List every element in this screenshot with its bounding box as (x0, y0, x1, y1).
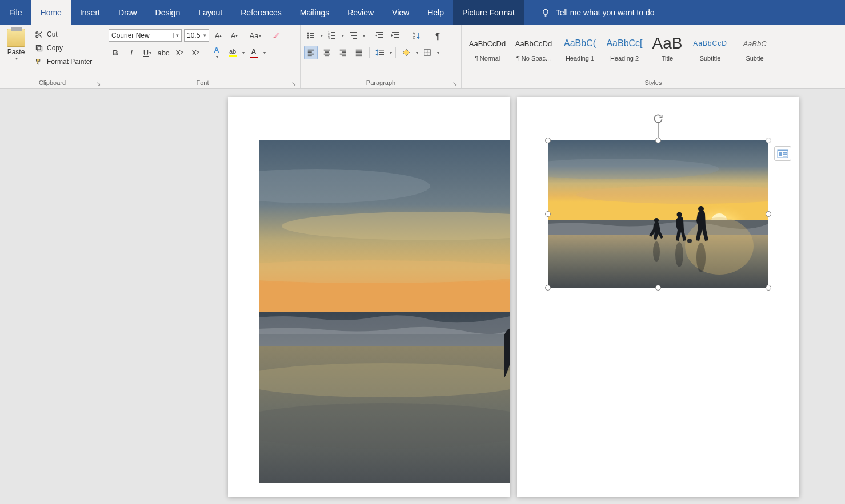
multilevel-list-button[interactable] (346, 29, 360, 42)
tab-picture-format[interactable]: Picture Format (453, 0, 524, 25)
font-name-combo[interactable]: Courier New ▾ (109, 29, 182, 42)
justify-button[interactable] (352, 46, 366, 59)
increase-indent-button[interactable] (389, 29, 402, 42)
tab-design[interactable]: Design (146, 0, 190, 25)
tab-layout[interactable]: Layout (189, 0, 231, 25)
tab-file[interactable]: File (0, 0, 31, 25)
tab-review[interactable]: Review (338, 0, 383, 25)
resize-handle-w[interactable] (545, 211, 551, 217)
style--normal[interactable]: AaBbCcDd¶ Normal (465, 26, 510, 67)
style--no-spac-[interactable]: AaBbCcDd¶ No Spac... (510, 26, 558, 67)
separator (395, 47, 396, 58)
group-label-paragraph: Paragraph (304, 77, 458, 88)
resize-handle-s[interactable] (655, 285, 661, 291)
show-hide-marks-button[interactable]: ¶ (431, 29, 444, 42)
page-1[interactable] (228, 97, 510, 497)
borders-button[interactable] (421, 46, 434, 59)
svg-rect-34 (324, 54, 330, 55)
clear-formatting-button[interactable] (270, 29, 283, 42)
paste-button[interactable]: Paste ▾ (3, 26, 29, 63)
resize-handle-nw[interactable] (545, 138, 551, 143)
svg-rect-23 (392, 32, 399, 33)
svg-rect-25 (394, 37, 399, 38)
resize-handle-sw[interactable] (545, 285, 551, 291)
style-subtle[interactable]: AaBbCSubtle (732, 26, 777, 67)
shading-button[interactable] (399, 46, 413, 59)
strikethrough-button[interactable]: abc (157, 46, 170, 59)
tab-insert[interactable]: Insert (71, 0, 109, 25)
svg-rect-29 (308, 51, 312, 53)
font-size-combo[interactable]: 10.5 ▾ (184, 29, 209, 42)
chevron-down-icon[interactable]: ▾ (321, 33, 323, 38)
shrink-font-button[interactable]: A▾ (227, 29, 241, 42)
italic-button[interactable]: I (125, 46, 138, 59)
underline-button[interactable]: U▾ (141, 46, 154, 59)
tab-references[interactable]: References (231, 0, 291, 25)
font-color-button[interactable]: A (247, 46, 261, 59)
cut-button[interactable]: Cut (32, 29, 94, 40)
clipboard-dialog-launcher[interactable]: ↘ (94, 79, 102, 87)
svg-point-56 (259, 363, 510, 397)
separator (369, 30, 369, 41)
decrease-indent-button[interactable] (373, 29, 386, 42)
svg-text:3: 3 (328, 37, 330, 40)
line-spacing-button[interactable] (373, 46, 387, 59)
svg-text:A: A (413, 31, 415, 35)
inserted-picture-selected[interactable] (548, 140, 768, 288)
chevron-down-icon[interactable]: ▾ (437, 50, 439, 55)
sort-button[interactable]: AZ (410, 29, 423, 42)
chevron-down-icon[interactable]: ▾ (416, 50, 418, 55)
copy-button[interactable]: Copy (32, 42, 94, 54)
grow-font-button[interactable]: A▴ (211, 29, 225, 42)
paste-icon (7, 29, 25, 47)
tell-me-search[interactable]: Tell me what you want to do (532, 0, 664, 25)
style-heading-2[interactable]: AaBbCc[Heading 2 (602, 26, 647, 67)
page-2[interactable] (517, 97, 799, 497)
copy-icon (34, 43, 43, 53)
layout-options-button[interactable] (774, 146, 791, 161)
chevron-down-icon[interactable]: ▾ (363, 33, 365, 38)
style-name-label: Subtle (746, 55, 763, 62)
inserted-picture-large[interactable] (259, 140, 510, 483)
paintbrush-icon (34, 57, 43, 66)
align-right-button[interactable] (336, 46, 350, 59)
font-dialog-launcher[interactable]: ↘ (290, 79, 298, 87)
document-area[interactable] (0, 89, 845, 504)
rotation-handle[interactable] (652, 113, 664, 124)
style-preview: AaBbC (743, 32, 766, 55)
resize-handle-n[interactable] (655, 138, 661, 143)
tab-home[interactable]: Home (31, 0, 71, 25)
highlight-button[interactable]: ab (226, 46, 239, 59)
paragraph-dialog-launcher[interactable]: ↘ (451, 79, 459, 87)
chevron-down-icon[interactable]: ▾ (242, 50, 245, 55)
tab-help[interactable]: Help (418, 0, 453, 25)
style-title[interactable]: AaBTitle (647, 26, 688, 67)
tab-mailings[interactable]: Mailings (291, 0, 338, 25)
resize-handle-se[interactable] (766, 285, 771, 291)
align-center-button[interactable] (320, 46, 334, 59)
chevron-down-icon: ▾ (173, 33, 179, 38)
chevron-down-icon[interactable]: ▾ (342, 33, 344, 38)
chevron-down-icon[interactable]: ▾ (263, 50, 266, 55)
svg-text:Z: Z (413, 35, 415, 39)
bullets-button[interactable] (304, 29, 318, 42)
bold-button[interactable]: B (109, 46, 122, 59)
tab-draw[interactable]: Draw (109, 0, 146, 25)
svg-rect-6 (310, 33, 314, 34)
align-left-button[interactable] (304, 46, 318, 59)
numbering-button[interactable]: 123 (325, 29, 339, 42)
text-effects-button[interactable]: A▾ (210, 46, 223, 59)
change-case-button[interactable]: Aa▾ (249, 29, 262, 42)
group-font: Courier New ▾ 10.5 ▾ A▴ A▾ Aa▾ (105, 25, 301, 88)
subscript-button[interactable]: X2 (173, 46, 186, 59)
chevron-down-icon[interactable]: ▾ (390, 50, 392, 55)
ribbon: Paste ▾ Cut Copy (0, 25, 845, 89)
superscript-button[interactable]: X2 (189, 46, 202, 59)
style-subtitle[interactable]: AaBbCcDSubtitle (688, 26, 732, 67)
style-preview: AaBbCcDd (469, 32, 506, 55)
resize-handle-ne[interactable] (766, 138, 771, 143)
tab-view[interactable]: View (383, 0, 418, 25)
format-painter-button[interactable]: Format Painter (32, 56, 94, 67)
style-heading-1[interactable]: AaBbC(Heading 1 (558, 26, 602, 67)
resize-handle-e[interactable] (766, 211, 771, 217)
